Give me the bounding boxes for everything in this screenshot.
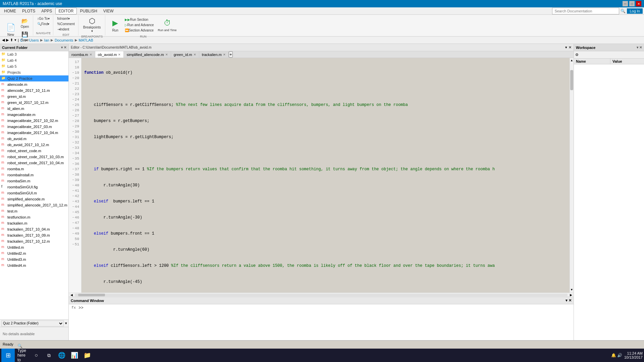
file-untitled3[interactable]: m Untitled3.m <box>0 256 68 262</box>
file-trackalien2[interactable]: m trackalien_2017_10_04.m <box>0 226 68 232</box>
run-section-button[interactable]: ▶▶ Run Section <box>123 17 155 22</box>
file-simplifiedalien2[interactable]: m simplified_aliencode_2017_10_12.m <box>0 202 68 208</box>
file-obavoid2[interactable]: m ob_avoid_2017_10_12.m <box>0 142 68 148</box>
close-tab-trackalien[interactable]: ✕ <box>223 53 226 56</box>
minimize-button[interactable]: ─ <box>623 1 628 6</box>
folder-dropdown-btn[interactable]: ▾ <box>65 321 67 325</box>
folder-dropdown[interactable]: Quiz 2 Practice (Folder) <box>1 320 64 326</box>
run-button[interactable]: ▶ Run <box>108 16 123 34</box>
path-users[interactable]: Users <box>29 38 39 42</box>
insert-button[interactable]: fx Insert ▾ <box>56 16 76 21</box>
file-list[interactable]: 📁 Lab 3 📁 Lab 4 📁 Lab 5 📁 Projects 📁 Qui… <box>0 51 68 319</box>
breakpoints-button[interactable]: ⬡ Breakpoints ▾ <box>81 16 103 34</box>
file-testfunc[interactable]: m testfunction.m <box>0 214 68 220</box>
login-button[interactable]: Log In <box>627 8 643 14</box>
workspace-col-name[interactable]: Name <box>574 59 610 64</box>
file-robot[interactable]: m robot_street_code.m <box>0 148 68 154</box>
add-tab-button[interactable]: + <box>229 51 233 58</box>
indent-button[interactable]: ⇥ Indent <box>56 27 76 32</box>
taskbar-search[interactable]: 🔍 Type here to search <box>17 349 30 361</box>
find-button[interactable]: 🔍 Find ▾ <box>36 21 51 26</box>
file-roombasimgui[interactable]: m roombaSimGUI.m <box>0 190 68 196</box>
file-greenid2[interactable]: m green_id_2017_10_12.m <box>0 100 68 106</box>
file-aliencode[interactable]: m aliencode.m <box>0 81 68 87</box>
close-tab-obavoid[interactable]: ✕ <box>118 53 121 56</box>
command-collapse-btn[interactable]: ▾ ✕ <box>566 298 572 303</box>
file-robot2[interactable]: m robot_street_code_2017_10_03.m <box>0 154 68 160</box>
workspace-toolbar-icon[interactable]: ⚙ <box>575 53 579 57</box>
taskbar-explorer[interactable]: 📁 <box>81 349 93 361</box>
path-documents[interactable]: Documents <box>55 38 73 42</box>
file-untitled2[interactable]: m Untitled2.m <box>0 250 68 256</box>
file-trackalien4[interactable]: m trackalien_2017_10_12.m <box>0 238 68 244</box>
taskbar-taskview[interactable]: ⧉ <box>43 349 55 361</box>
menu-view[interactable]: VIEW <box>101 8 116 14</box>
close-button[interactable]: ✕ <box>636 1 641 6</box>
file-untitled[interactable]: m Untitled.m <box>0 244 68 250</box>
file-roomba[interactable]: m roomba.m <box>0 166 68 172</box>
path-c[interactable]: C: <box>20 38 24 42</box>
path-matlab[interactable]: MATLAB <box>79 38 93 42</box>
menu-editor[interactable]: EDITOR <box>55 8 76 14</box>
file-simplifiedalien[interactable]: m simplified_aliencode.m <box>0 196 68 202</box>
nav-forward-btn[interactable]: ▶ <box>6 38 9 42</box>
file-robot3[interactable]: m robot_street_code_2017_10_04.m <box>0 160 68 166</box>
section-advance-button[interactable]: ⏩ Section Advance <box>123 28 155 33</box>
file-trackalien[interactable]: m trackalien.m <box>0 220 68 226</box>
tab-roomba[interactable]: roomba.m ✕ <box>69 51 95 58</box>
vertical-scrollbar[interactable]: ▲ ▼ <box>570 58 574 293</box>
folder-lab4[interactable]: 📁 Lab 4 <box>0 57 68 63</box>
scroll-up-btn[interactable]: ▲ <box>570 58 574 63</box>
start-button[interactable]: ⊞ <box>1 349 15 362</box>
file-aliencode2[interactable]: m aliencode_2017_10_11.m <box>0 87 68 94</box>
close-tab-greenid[interactable]: ✕ <box>194 53 196 56</box>
tab-trackalien[interactable]: trackalien.m ✕ <box>199 51 229 58</box>
taskbar-matlab[interactable]: 📊 <box>68 349 80 361</box>
run-and-advance-button[interactable]: ▷ Run and Advance <box>123 22 155 27</box>
menu-plots[interactable]: PLOTS <box>19 8 38 14</box>
tab-simplifiedalien[interactable]: simplified_aliencode.m ✕ <box>124 51 171 58</box>
editor-minimize-btn[interactable]: ▾ <box>565 45 567 50</box>
scroll-thumb[interactable] <box>570 70 573 90</box>
tab-greenid[interactable]: green_id.m ✕ <box>171 51 199 58</box>
nav-up-btn[interactable]: ⬆ <box>10 38 13 42</box>
file-trackalien3[interactable]: m trackalien_2017_10_09.m <box>0 232 68 238</box>
file-roombasim[interactable]: m roombaSim.m <box>0 178 68 184</box>
folder-lab3[interactable]: 📁 Lab 3 <box>0 51 68 57</box>
scroll-right-btn[interactable]: ▶ <box>568 293 574 297</box>
open-button[interactable]: 📂 Open <box>19 16 31 29</box>
file-roombasimguifig[interactable]: f roombaSimGUI.fig <box>0 184 68 190</box>
command-content[interactable]: fx >> <box>69 304 574 340</box>
scroll-left-btn[interactable]: ◀ <box>69 293 74 297</box>
path-ian[interactable]: Ian <box>44 38 49 42</box>
maximize-button[interactable]: □ <box>629 1 635 6</box>
close-tab-simplified[interactable]: ✕ <box>165 53 168 56</box>
file-imagecal3[interactable]: m imagecalibrate_2017_03.m <box>0 124 68 130</box>
folder-quiz2[interactable]: 📁 Quiz 2 Practice <box>0 75 68 81</box>
h-scroll-track[interactable] <box>75 294 568 296</box>
nav-history-btn[interactable]: ▾ <box>14 38 16 42</box>
file-test[interactable]: m test.m <box>0 208 68 214</box>
menu-publish[interactable]: PUBLISH <box>77 8 100 14</box>
scroll-down-btn[interactable]: ▼ <box>570 287 574 293</box>
h-scroll-thumb[interactable] <box>78 294 105 296</box>
code-editor[interactable]: function ob_avoid(r) cliffSensors = r.ge… <box>82 58 570 293</box>
tab-obavoid[interactable]: ob_avoid.m ✕ <box>95 51 124 58</box>
go-to-button[interactable]: ↕ Go To ▾ <box>36 16 51 21</box>
folder-projects[interactable]: 📁 Projects <box>0 69 68 75</box>
taskbar-chrome[interactable]: 🌐 <box>56 349 68 361</box>
menu-home[interactable]: HOME <box>1 8 19 14</box>
horizontal-scrollbar[interactable]: ◀ ▶ <box>69 293 574 297</box>
file-idalien[interactable]: m id_alien.m <box>0 106 68 112</box>
taskbar-cortana[interactable]: ○ <box>30 349 42 361</box>
folder-lab5[interactable]: 📁 Lab 5 <box>0 63 68 69</box>
workspace-collapse-btn[interactable]: ▾ ✕ <box>637 46 642 49</box>
search-documentation-input[interactable] <box>552 8 619 14</box>
comment-button[interactable]: % Comment <box>56 21 76 26</box>
close-tab-roomba[interactable]: ✕ <box>90 53 92 56</box>
file-untitled4[interactable]: m Untitled4.m <box>0 262 68 268</box>
file-imagecal[interactable]: m imagecalibrate.m <box>0 112 68 118</box>
new-button[interactable]: 📄 New <box>3 21 18 38</box>
file-imagecal4[interactable]: m imagecalibrate_2017_10_04.m <box>0 130 68 136</box>
editor-close-btn[interactable]: ✕ <box>569 45 572 50</box>
